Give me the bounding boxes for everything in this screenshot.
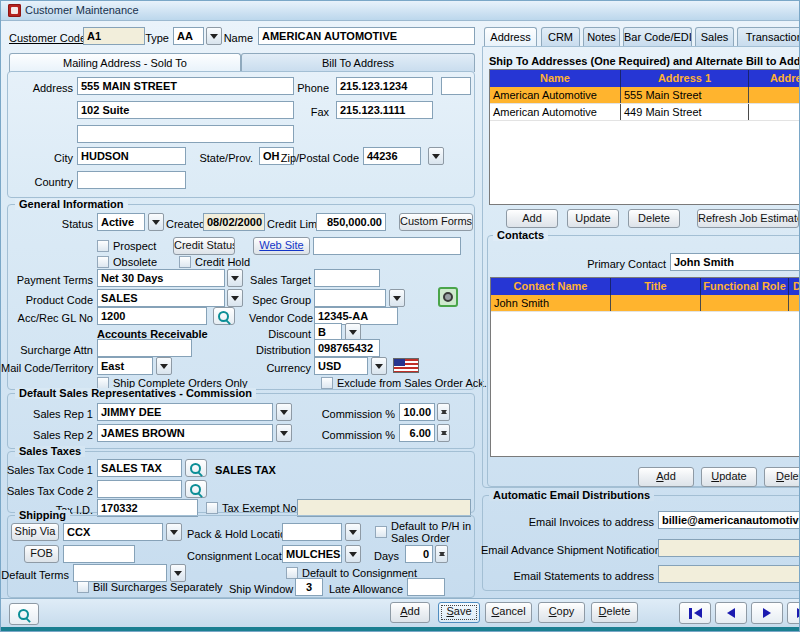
late-allowance-field[interactable]: [407, 578, 445, 596]
save-button[interactable]: Save: [438, 602, 480, 623]
days-field[interactable]: 0: [405, 545, 433, 563]
tax-exempt-checkbox[interactable]: [206, 502, 218, 514]
fax-field[interactable]: 215.123.1111: [336, 101, 433, 119]
product-code-dropdown-arrow[interactable]: [227, 289, 243, 307]
zip-dropdown-arrow[interactable]: [428, 147, 444, 165]
commission2-spinner[interactable]: [437, 424, 450, 442]
exclude-ack-checkbox[interactable]: [321, 377, 333, 389]
mail-code-field[interactable]: East: [97, 357, 153, 375]
default-terms-dropdown-arrow[interactable]: [170, 564, 186, 582]
nav-last-button[interactable]: [787, 602, 800, 624]
delete-button[interactable]: Delete: [591, 602, 638, 623]
cancel-button[interactable]: Cancel: [485, 602, 532, 623]
status-field[interactable]: Active: [97, 213, 145, 231]
nav-previous-button[interactable]: [715, 602, 747, 624]
refresh-job-estimates-button[interactable]: Refresh Job Estimates: [697, 209, 799, 228]
sales-target-field[interactable]: [314, 269, 380, 287]
days-spinner[interactable]: [435, 545, 448, 563]
credit-limit-field[interactable]: 850,000.00: [316, 213, 386, 231]
obsolete-checkbox[interactable]: [97, 256, 109, 268]
custom-forms-button[interactable]: Custom Forms: [399, 213, 473, 231]
consignment-field[interactable]: MULCHES: [282, 545, 342, 563]
tax-code1-lookup-button[interactable]: [185, 459, 207, 477]
product-code-field[interactable]: SALES: [97, 289, 225, 307]
phone-field[interactable]: 215.123.1234: [336, 77, 433, 95]
copy-button[interactable]: Copy: [538, 602, 585, 623]
tab-barcode-edi[interactable]: Bar Code/EDI: [623, 27, 692, 46]
pack-hold-field[interactable]: [282, 523, 342, 541]
fob-field[interactable]: [63, 545, 135, 563]
payment-terms-dropdown-arrow[interactable]: [227, 269, 243, 287]
pack-hold-dropdown-arrow[interactable]: [345, 523, 361, 541]
contacts-delete-button[interactable]: Delete: [764, 467, 800, 487]
sales-rep1-dropdown-arrow[interactable]: [276, 403, 292, 421]
type-field[interactable]: AA: [173, 27, 204, 45]
default-terms-field[interactable]: [73, 564, 167, 582]
payment-terms-field[interactable]: Net 30 Days: [97, 269, 225, 287]
address-line1-field[interactable]: 555 MAIN STREET: [77, 77, 294, 95]
customer-code-label[interactable]: Customer Code: [9, 31, 81, 45]
nav-next-button[interactable]: [751, 602, 783, 624]
mail-code-dropdown-arrow[interactable]: [156, 357, 172, 375]
shipto-delete-button[interactable]: Delete: [628, 209, 680, 228]
shipto-row-selected[interactable]: American Automotive 555 Main Street: [490, 87, 800, 104]
credit-status-button[interactable]: Credit Status: [173, 237, 235, 255]
commission2-field[interactable]: 6.00: [399, 424, 435, 442]
bill-surcharges-checkbox[interactable]: [77, 581, 89, 593]
sales-rep1-field[interactable]: JIMMY DEE: [97, 403, 273, 421]
tax-code2-field[interactable]: [97, 480, 182, 498]
contacts-update-button[interactable]: Update: [701, 467, 757, 487]
contact-photo-icon[interactable]: [438, 287, 458, 307]
contacts-row-selected[interactable]: John Smith: [491, 295, 800, 312]
tab-transactions[interactable]: Transactions: [737, 27, 800, 46]
name-field[interactable]: AMERICAN AUTOMOTIVE: [258, 27, 475, 45]
primary-contact-field[interactable]: John Smith: [670, 253, 800, 271]
sales-rep2-dropdown-arrow[interactable]: [276, 424, 292, 442]
spec-group-field[interactable]: [314, 289, 386, 307]
credit-hold-checkbox[interactable]: [179, 256, 191, 268]
tab-notes[interactable]: Notes: [583, 27, 620, 46]
accrec-lookup-button[interactable]: [213, 307, 235, 325]
commission1-spinner[interactable]: [437, 403, 450, 421]
email-invoices-field[interactable]: billie@americanautomotive.com: [658, 511, 800, 529]
phone-ext-field[interactable]: [441, 77, 471, 95]
web-site-field[interactable]: [313, 237, 461, 255]
consignment-dropdown-arrow[interactable]: [345, 545, 361, 563]
email-asn-field[interactable]: [658, 539, 800, 557]
sales-rep2-field[interactable]: JAMES BROWN: [97, 424, 273, 442]
tax-code2-lookup-button[interactable]: [185, 480, 207, 498]
tab-bill-to-address[interactable]: Bill To Address: [241, 53, 475, 72]
web-site-button[interactable]: Web Site: [253, 237, 310, 255]
fob-button[interactable]: FOB: [24, 545, 59, 563]
spec-group-dropdown-arrow[interactable]: [389, 289, 405, 307]
ship-via-dropdown-arrow[interactable]: [166, 523, 182, 541]
email-statements-field[interactable]: [658, 565, 800, 583]
commission1-field[interactable]: 10.00: [399, 403, 435, 421]
country-field[interactable]: [77, 171, 186, 189]
shipto-row[interactable]: American Automotive 449 Main Street: [490, 104, 800, 121]
tax-code1-field[interactable]: SALES TAX: [97, 459, 182, 477]
type-dropdown-arrow[interactable]: [206, 27, 222, 45]
tab-mailing-address[interactable]: Mailing Address - Sold To: [9, 53, 241, 72]
ship-via-field[interactable]: CCX: [63, 523, 163, 541]
city-field[interactable]: HUDSON: [77, 147, 186, 165]
tab-sales[interactable]: Sales: [695, 27, 734, 46]
contacts-add-button[interactable]: Add: [638, 467, 694, 487]
prospect-checkbox[interactable]: [97, 240, 109, 252]
zip-field[interactable]: 44236: [363, 147, 421, 165]
address-line2-field[interactable]: 102 Suite: [77, 101, 294, 119]
accrec-gl-field[interactable]: 1200: [97, 307, 207, 325]
tab-address[interactable]: Address: [484, 27, 537, 46]
shipto-add-button[interactable]: Add: [506, 209, 558, 228]
shipto-update-button[interactable]: Update: [567, 209, 619, 228]
status-dropdown-arrow[interactable]: [148, 213, 164, 231]
ship-via-button[interactable]: Ship Via: [11, 523, 59, 541]
add-button[interactable]: Add: [390, 602, 430, 623]
address-line3-field[interactable]: [77, 125, 294, 143]
currency-dropdown-arrow[interactable]: [371, 357, 387, 375]
tab-crm[interactable]: CRM: [541, 27, 580, 46]
search-customer-button[interactable]: [9, 603, 39, 625]
distribution-field[interactable]: 098765432: [314, 339, 380, 357]
currency-field[interactable]: USD: [314, 357, 368, 375]
nav-first-button[interactable]: [679, 602, 711, 624]
